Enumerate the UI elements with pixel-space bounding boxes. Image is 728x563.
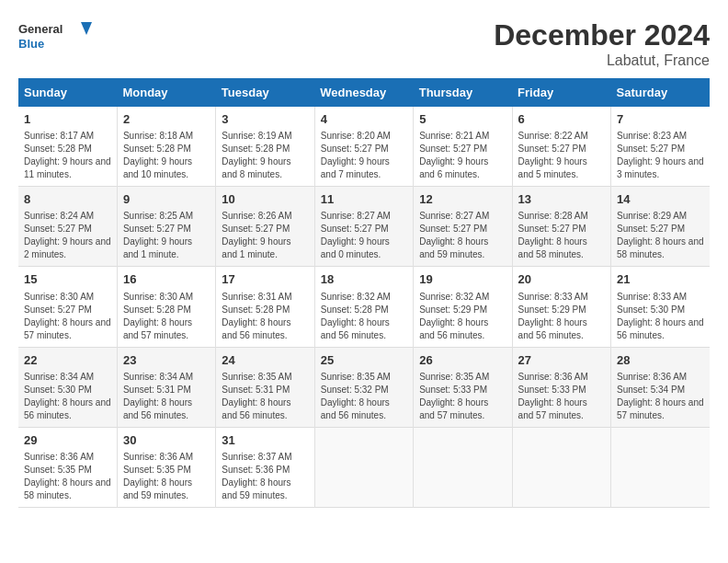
day-info: Sunrise: 8:36 AM Sunset: 5:34 PM Dayligh… [617,371,704,422]
day-info: Sunrise: 8:21 AM Sunset: 5:27 PM Dayligh… [419,130,506,181]
day-number: 20 [518,271,605,288]
day-number: 19 [419,271,506,288]
day-number: 25 [321,352,407,369]
day-info: Sunrise: 8:19 AM Sunset: 5:28 PM Dayligh… [222,130,308,181]
empty-cell [512,427,610,507]
svg-text:General: General [18,22,63,36]
day-number: 4 [321,111,407,128]
day-info: Sunrise: 8:35 AM Sunset: 5:31 PM Dayligh… [222,371,308,422]
calendar-day-12: 12 Sunrise: 8:27 AM Sunset: 5:27 PM Dayl… [414,187,512,267]
day-info: Sunrise: 8:31 AM Sunset: 5:28 PM Dayligh… [222,291,308,342]
day-info: Sunrise: 8:35 AM Sunset: 5:32 PM Dayligh… [321,371,407,422]
calendar-table: Sunday Monday Tuesday Wednesday Thursday… [18,78,710,508]
day-number: 7 [617,111,704,128]
calendar-day-27: 27 Sunrise: 8:36 AM Sunset: 5:33 PM Dayl… [512,347,610,427]
calendar-week-1: 1 Sunrise: 8:17 AM Sunset: 5:28 PM Dayli… [18,107,710,187]
calendar-day-28: 28 Sunrise: 8:36 AM Sunset: 5:34 PM Dayl… [611,347,710,427]
day-number: 3 [222,111,308,128]
day-number: 1 [24,111,111,128]
calendar-day-21: 21 Sunrise: 8:33 AM Sunset: 5:30 PM Dayl… [611,267,710,347]
calendar-week-4: 22 Sunrise: 8:34 AM Sunset: 5:30 PM Dayl… [18,347,710,427]
title-block: December 2024 Labatut, France [494,18,710,69]
calendar-day-10: 10 Sunrise: 8:26 AM Sunset: 5:27 PM Dayl… [216,187,314,267]
calendar-day-13: 13 Sunrise: 8:28 AM Sunset: 5:27 PM Dayl… [512,187,610,267]
calendar-day-3: 3 Sunrise: 8:19 AM Sunset: 5:28 PM Dayli… [216,107,314,187]
calendar-day-5: 5 Sunrise: 8:21 AM Sunset: 5:27 PM Dayli… [414,107,512,187]
day-info: Sunrise: 8:30 AM Sunset: 5:27 PM Dayligh… [24,291,111,342]
day-number: 12 [419,191,506,208]
header-wednesday: Wednesday [314,78,413,107]
day-number: 10 [222,191,308,208]
day-number: 23 [123,352,210,369]
page-header: General Blue December 2024 Labatut, Fran… [18,18,710,69]
calendar-day-7: 7 Sunrise: 8:23 AM Sunset: 5:27 PM Dayli… [611,107,710,187]
day-number: 14 [617,191,704,208]
calendar-day-1: 1 Sunrise: 8:17 AM Sunset: 5:28 PM Dayli… [18,107,117,187]
day-number: 18 [321,271,407,288]
day-number: 31 [222,432,308,449]
day-info: Sunrise: 8:32 AM Sunset: 5:28 PM Dayligh… [321,291,407,342]
day-info: Sunrise: 8:37 AM Sunset: 5:36 PM Dayligh… [222,451,308,502]
day-number: 13 [518,191,605,208]
logo-svg: General Blue [18,18,92,55]
calendar-week-5: 29 Sunrise: 8:36 AM Sunset: 5:35 PM Dayl… [18,427,710,507]
header-monday: Monday [117,78,215,107]
calendar-day-6: 6 Sunrise: 8:22 AM Sunset: 5:27 PM Dayli… [512,107,610,187]
day-info: Sunrise: 8:35 AM Sunset: 5:33 PM Dayligh… [419,371,506,422]
day-info: Sunrise: 8:36 AM Sunset: 5:35 PM Dayligh… [123,451,210,502]
day-info: Sunrise: 8:32 AM Sunset: 5:29 PM Dayligh… [419,291,506,342]
calendar-day-30: 30 Sunrise: 8:36 AM Sunset: 5:35 PM Dayl… [117,427,215,507]
header-tuesday: Tuesday [216,78,314,107]
empty-cell [314,427,413,507]
day-number: 29 [24,432,111,449]
day-number: 8 [24,191,111,208]
location-subtitle: Labatut, France [494,52,710,69]
day-info: Sunrise: 8:34 AM Sunset: 5:30 PM Dayligh… [24,371,111,422]
calendar-day-9: 9 Sunrise: 8:25 AM Sunset: 5:27 PM Dayli… [117,187,215,267]
day-number: 26 [419,352,506,369]
day-number: 9 [123,191,210,208]
calendar-day-24: 24 Sunrise: 8:35 AM Sunset: 5:31 PM Dayl… [216,347,314,427]
day-info: Sunrise: 8:36 AM Sunset: 5:35 PM Dayligh… [24,451,111,502]
day-number: 16 [123,271,210,288]
calendar-day-17: 17 Sunrise: 8:31 AM Sunset: 5:28 PM Dayl… [216,267,314,347]
logo: General Blue [18,18,92,55]
day-info: Sunrise: 8:28 AM Sunset: 5:27 PM Dayligh… [518,210,605,261]
day-info: Sunrise: 8:33 AM Sunset: 5:29 PM Dayligh… [518,291,605,342]
day-info: Sunrise: 8:24 AM Sunset: 5:27 PM Dayligh… [24,210,111,261]
calendar-day-14: 14 Sunrise: 8:29 AM Sunset: 5:27 PM Dayl… [611,187,710,267]
day-info: Sunrise: 8:30 AM Sunset: 5:28 PM Dayligh… [123,291,210,342]
calendar-day-20: 20 Sunrise: 8:33 AM Sunset: 5:29 PM Dayl… [512,267,610,347]
svg-text:Blue: Blue [18,37,44,51]
day-number: 28 [617,352,704,369]
calendar-header-row: Sunday Monday Tuesday Wednesday Thursday… [18,78,710,107]
day-info: Sunrise: 8:27 AM Sunset: 5:27 PM Dayligh… [321,210,407,261]
day-number: 21 [617,271,704,288]
day-info: Sunrise: 8:17 AM Sunset: 5:28 PM Dayligh… [24,130,111,181]
day-number: 30 [123,432,210,449]
header-thursday: Thursday [414,78,512,107]
month-year-title: December 2024 [494,18,710,52]
day-info: Sunrise: 8:22 AM Sunset: 5:27 PM Dayligh… [518,130,605,181]
calendar-day-31: 31 Sunrise: 8:37 AM Sunset: 5:36 PM Dayl… [216,427,314,507]
day-number: 6 [518,111,605,128]
header-sunday: Sunday [18,78,117,107]
svg-marker-2 [81,22,92,35]
calendar-day-23: 23 Sunrise: 8:34 AM Sunset: 5:31 PM Dayl… [117,347,215,427]
calendar-day-22: 22 Sunrise: 8:34 AM Sunset: 5:30 PM Dayl… [18,347,117,427]
calendar-day-26: 26 Sunrise: 8:35 AM Sunset: 5:33 PM Dayl… [414,347,512,427]
header-friday: Friday [512,78,610,107]
calendar-day-2: 2 Sunrise: 8:18 AM Sunset: 5:28 PM Dayli… [117,107,215,187]
calendar-day-29: 29 Sunrise: 8:36 AM Sunset: 5:35 PM Dayl… [18,427,117,507]
calendar-day-15: 15 Sunrise: 8:30 AM Sunset: 5:27 PM Dayl… [18,267,117,347]
day-info: Sunrise: 8:26 AM Sunset: 5:27 PM Dayligh… [222,210,308,261]
header-saturday: Saturday [611,78,710,107]
day-info: Sunrise: 8:36 AM Sunset: 5:33 PM Dayligh… [518,371,605,422]
calendar-day-11: 11 Sunrise: 8:27 AM Sunset: 5:27 PM Dayl… [314,187,413,267]
day-info: Sunrise: 8:20 AM Sunset: 5:27 PM Dayligh… [321,130,407,181]
day-number: 11 [321,191,407,208]
day-number: 2 [123,111,210,128]
day-info: Sunrise: 8:23 AM Sunset: 5:27 PM Dayligh… [617,130,704,181]
empty-cell [611,427,710,507]
day-number: 15 [24,271,111,288]
